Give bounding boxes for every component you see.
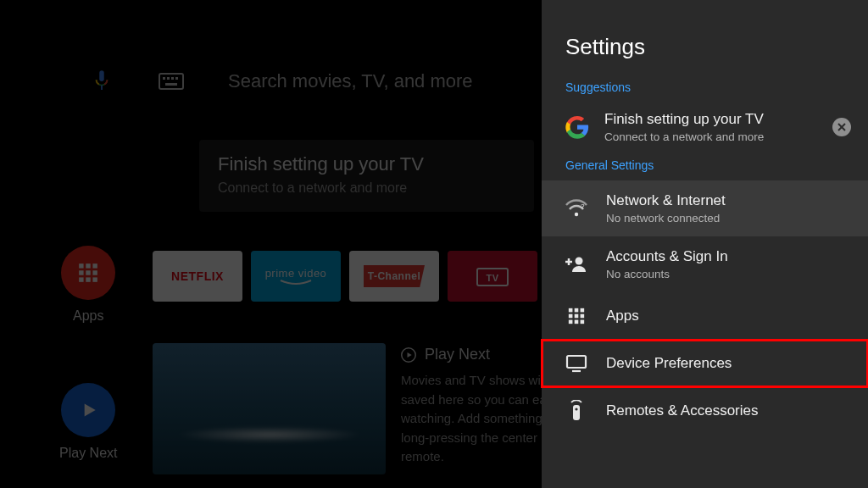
svg-point-24: [575, 213, 578, 216]
svg-point-41: [575, 408, 577, 410]
svg-rect-31: [581, 308, 585, 313]
remote-icon: [565, 400, 587, 422]
svg-rect-34: [581, 314, 585, 319]
google-icon: [565, 115, 589, 139]
svg-rect-36: [575, 320, 579, 324]
suggestion-subtitle: Connect to a network and more: [604, 130, 764, 143]
apps-grid-icon: [565, 307, 587, 325]
suggestion-item[interactable]: Finish setting up your TV Connect to a n…: [542, 103, 868, 158]
suggestion-title: Finish setting up your TV: [604, 111, 764, 128]
wifi-icon: ?: [565, 199, 587, 218]
section-general: General Settings: [542, 158, 868, 180]
svg-rect-37: [581, 320, 585, 324]
settings-panel: Settings Suggestions Finish setting up y…: [542, 0, 868, 488]
settings-item-network[interactable]: ? Network & Internet No network connecte…: [542, 180, 868, 236]
settings-title: Settings: [542, 0, 868, 80]
section-suggestions: Suggestions: [542, 80, 868, 103]
add-account-icon: [565, 255, 587, 274]
settings-item-accounts[interactable]: Accounts & Sign In No accounts: [542, 236, 868, 292]
svg-rect-33: [575, 314, 579, 319]
svg-rect-35: [569, 320, 573, 324]
settings-item-apps[interactable]: Apps: [542, 292, 868, 340]
tv-icon: [565, 354, 587, 373]
svg-rect-30: [575, 308, 579, 313]
settings-item-remotes[interactable]: Remotes & Accessories: [542, 387, 868, 435]
dismiss-icon[interactable]: [832, 118, 851, 136]
svg-text:?: ?: [581, 202, 585, 210]
svg-rect-38: [567, 356, 586, 368]
svg-point-26: [576, 258, 583, 265]
svg-rect-40: [573, 405, 580, 420]
settings-item-device-preferences[interactable]: Device Preferences: [542, 340, 868, 387]
svg-rect-29: [569, 308, 573, 313]
svg-rect-32: [569, 314, 573, 319]
